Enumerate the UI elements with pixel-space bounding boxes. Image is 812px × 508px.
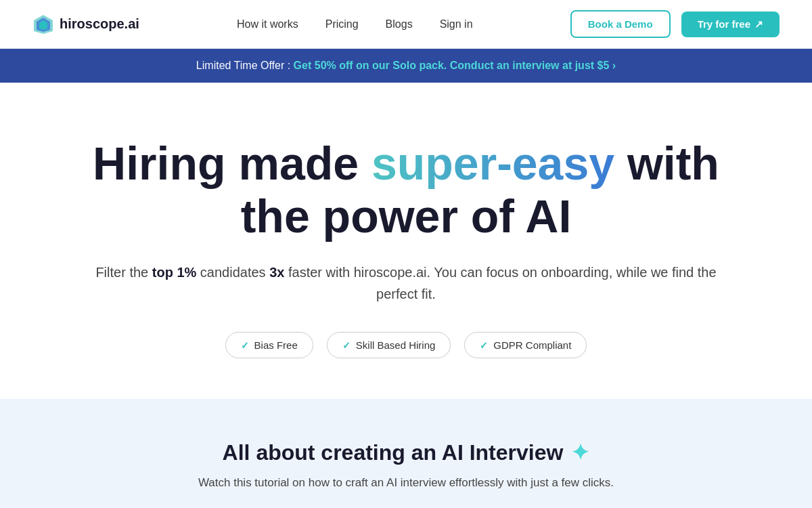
nav-actions: Book a Demo Try for free ↗	[570, 10, 780, 38]
badge-skill-based: ✓ Skill Based Hiring	[327, 332, 451, 358]
banner-arrow: ›	[612, 60, 616, 71]
hero-section: Hiring made super-easy with the power of…	[0, 83, 812, 399]
banner-highlight[interactable]: Get 50% off on our Solo pack. Conduct an…	[294, 60, 610, 71]
badge-bias-free: ✓ Bias Free	[225, 332, 313, 358]
section-ai-subtitle: Watch this tutorial on how to craft an A…	[81, 476, 731, 490]
check-icon-bias: ✓	[241, 340, 249, 351]
hero-title: Hiring made super-easy with the power of…	[81, 137, 731, 242]
badge-gdpr: ✓ GDPR Compliant	[464, 332, 587, 358]
logo-icon	[32, 14, 54, 35]
nav-blogs[interactable]: Blogs	[386, 18, 413, 30]
feature-badges: ✓ Bias Free ✓ Skill Based Hiring ✓ GDPR …	[81, 332, 731, 358]
navbar: hiroscope.ai How it works Pricing Blogs …	[0, 0, 812, 49]
nav-links: How it works Pricing Blogs Sign in	[237, 18, 473, 30]
nav-pricing[interactable]: Pricing	[325, 18, 359, 30]
nav-sign-in[interactable]: Sign in	[440, 18, 473, 30]
check-icon-skill: ✓	[342, 340, 351, 351]
badge-gdpr-label: GDPR Compliant	[493, 339, 571, 351]
nav-how-it-works[interactable]: How it works	[237, 18, 298, 30]
ai-interview-section: All about creating an AI Interview ✦ Wat…	[0, 399, 812, 508]
badge-skill-label: Skill Based Hiring	[356, 339, 436, 351]
logo-area[interactable]: hiroscope.ai	[32, 14, 139, 35]
subtitle-part2: candidates	[196, 265, 269, 280]
subtitle-bold1: top 1%	[152, 265, 197, 280]
hero-title-highlight: super-easy	[371, 137, 614, 189]
arrow-icon: ↗	[754, 18, 763, 30]
logo-text: hiroscope.ai	[60, 16, 139, 32]
banner-prefix: Limited Time Offer :	[196, 60, 294, 71]
hero-subtitle: Filter the top 1% candidates 3x faster w…	[81, 261, 731, 305]
book-demo-button[interactable]: Book a Demo	[570, 10, 671, 38]
subtitle-part3: faster with hiroscope.ai. You can focus …	[284, 265, 716, 301]
try-free-label: Try for free	[698, 18, 750, 30]
badge-bias-label: Bias Free	[254, 339, 298, 351]
check-icon-gdpr: ✓	[480, 340, 488, 351]
try-free-button[interactable]: Try for free ↗	[681, 12, 780, 37]
subtitle-part1: Filter the	[95, 265, 152, 280]
section-ai-title: All about creating an AI Interview ✦	[81, 440, 731, 465]
sparkle-icon: ✦	[571, 440, 589, 465]
promo-banner[interactable]: Limited Time Offer : Get 50% off on our …	[0, 49, 812, 83]
section-ai-title-text: All about creating an AI Interview	[223, 440, 564, 465]
subtitle-bold2: 3x	[269, 265, 284, 280]
hero-title-part1: Hiring made	[93, 137, 371, 189]
